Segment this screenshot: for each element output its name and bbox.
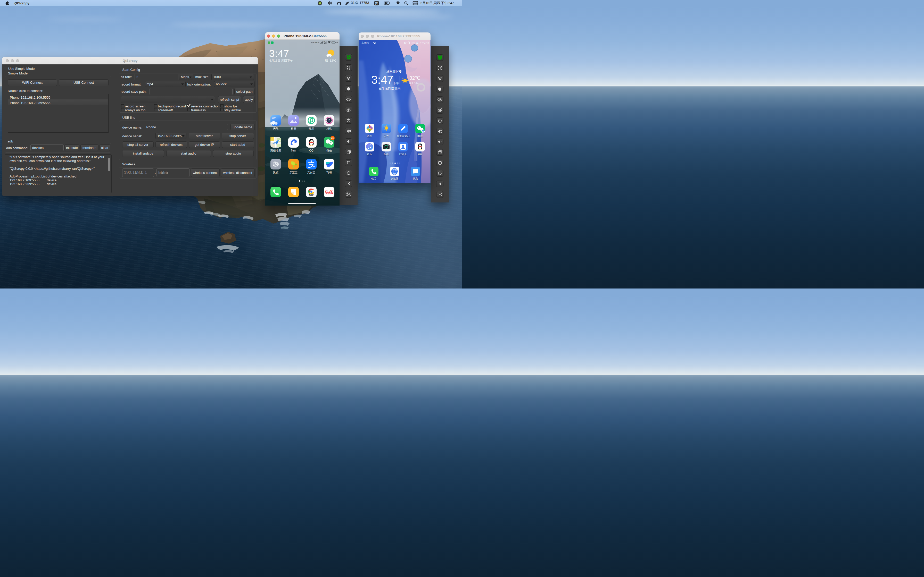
svg-text:Beta: Beta <box>310 194 313 195</box>
svg-text:!: ! <box>371 42 371 44</box>
svg-text:5: 5 <box>332 42 333 43</box>
svg-text:头条: 头条 <box>325 190 334 195</box>
svg-text:32°: 32° <box>272 116 276 119</box>
svg-text:100: 100 <box>412 42 415 44</box>
svg-text:189: 189 <box>331 137 334 139</box>
